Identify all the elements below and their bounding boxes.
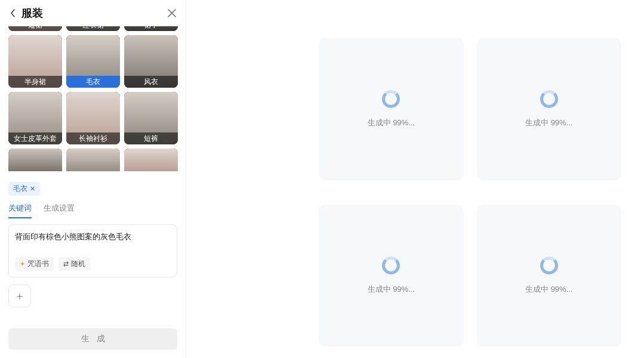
status-text: 生成中 99%... bbox=[368, 284, 415, 295]
status-text: 生成中 99%... bbox=[525, 284, 572, 295]
prompt-box: 背面印有棕色小熊图案的灰色毛衣 ✦ 咒语书 ⇄ 随机 bbox=[8, 224, 177, 277]
plus-icon: ＋ bbox=[14, 289, 25, 303]
tag-chip[interactable]: 毛衣 ✕ bbox=[8, 182, 40, 196]
result-card: 生成中 99%... bbox=[477, 38, 622, 180]
spinner-icon bbox=[382, 257, 400, 274]
category-thumb[interactable]: 裙子 bbox=[124, 26, 178, 31]
thumb-label: 裙子 bbox=[124, 26, 178, 31]
random-button[interactable]: ⇄ 随机 bbox=[58, 257, 90, 271]
add-button[interactable]: ＋ bbox=[8, 285, 31, 307]
spellbook-button[interactable]: ✦ 咒语书 bbox=[15, 257, 54, 271]
result-card: 生成中 99%... bbox=[319, 205, 464, 347]
thumb-label: 女士皮革外套 bbox=[8, 132, 62, 144]
category-thumb[interactable] bbox=[66, 149, 120, 171]
sidebar: 服装 短裙 连衣裙 裙子 半身裙 毛衣 风衣 女士皮革外套 长袖衬衫 短裤 毛衣… bbox=[0, 0, 186, 358]
spinner-icon bbox=[540, 90, 558, 108]
tab-settings[interactable]: 生成设置 bbox=[44, 203, 75, 218]
thumb-label: 长袖衬衫 bbox=[66, 132, 120, 144]
category-grid: 短裙 连衣裙 裙子 半身裙 毛衣 风衣 女士皮革外套 长袖衬衫 短裤 bbox=[0, 26, 186, 177]
category-thumb[interactable]: 短裙 bbox=[8, 26, 62, 31]
page-title: 服装 bbox=[21, 6, 43, 20]
result-grid: 生成中 99%... 生成中 99%... 生成中 99%... 生成中 99%… bbox=[319, 38, 621, 358]
thumb-label: 风衣 bbox=[124, 76, 178, 88]
generate-area: 生成 bbox=[0, 322, 186, 358]
thumb-label: 半身裙 bbox=[8, 76, 62, 88]
result-card: 生成中 99%... bbox=[477, 205, 622, 347]
category-thumb[interactable]: 半身裙 bbox=[8, 35, 62, 88]
tag-label: 毛衣 bbox=[13, 184, 27, 194]
spellbook-label: 咒语书 bbox=[27, 259, 49, 269]
category-thumb-selected[interactable]: 毛衣 bbox=[66, 35, 120, 88]
close-icon[interactable] bbox=[167, 8, 177, 18]
spinner-icon bbox=[382, 90, 400, 108]
generate-button[interactable]: 生成 bbox=[8, 328, 177, 350]
thumb-label: 连衣裙 bbox=[66, 26, 120, 31]
main-content: 生成中 99%... 生成中 99%... 生成中 99%... 生成中 99%… bbox=[186, 0, 644, 358]
tag-remove-icon[interactable]: ✕ bbox=[30, 185, 35, 193]
status-text: 生成中 99%... bbox=[368, 118, 415, 128]
category-thumb[interactable]: 连衣裙 bbox=[66, 26, 120, 31]
result-card: 生成中 99%... bbox=[319, 38, 464, 180]
back-icon[interactable] bbox=[8, 8, 18, 18]
thumb-label: 短裤 bbox=[124, 132, 178, 144]
thumb-label: 短裙 bbox=[8, 26, 62, 31]
shuffle-icon: ⇄ bbox=[63, 260, 69, 268]
category-thumb[interactable]: 长袖衬衫 bbox=[66, 92, 120, 144]
tabs: 关键词 生成设置 bbox=[0, 199, 186, 218]
random-label: 随机 bbox=[71, 259, 85, 269]
sidebar-header: 服装 bbox=[0, 0, 186, 26]
category-thumb[interactable]: 短裤 bbox=[124, 92, 178, 144]
spinner-icon bbox=[540, 257, 558, 274]
status-text: 生成中 99%... bbox=[525, 118, 572, 128]
sparkle-icon: ✦ bbox=[20, 260, 25, 268]
category-thumb[interactable]: 风衣 bbox=[124, 35, 178, 88]
header-left: 服装 bbox=[8, 6, 43, 20]
category-thumb[interactable] bbox=[8, 149, 62, 171]
category-thumb[interactable]: 女士皮革外套 bbox=[8, 92, 62, 144]
thumb-label: 毛衣 bbox=[66, 76, 120, 88]
category-thumb[interactable] bbox=[124, 149, 178, 171]
prompt-text[interactable]: 背面印有棕色小熊图案的灰色毛衣 bbox=[15, 231, 171, 245]
tab-keywords[interactable]: 关键词 bbox=[8, 203, 32, 218]
prompt-actions: ✦ 咒语书 ⇄ 随机 bbox=[15, 257, 171, 271]
selected-tags: 毛衣 ✕ bbox=[0, 177, 186, 199]
